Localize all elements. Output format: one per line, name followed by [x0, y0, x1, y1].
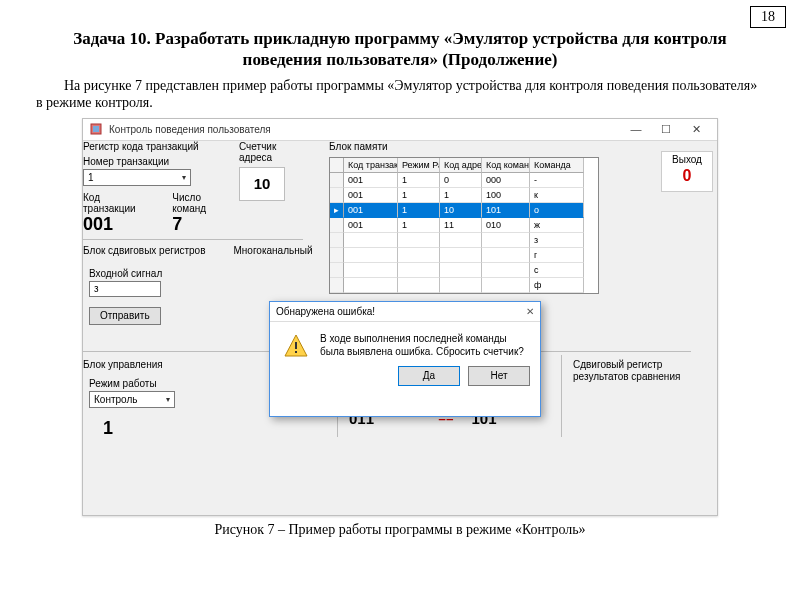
table-row[interactable]: с	[330, 263, 598, 278]
table-cell[interactable]	[482, 278, 530, 293]
table-cell[interactable]	[440, 278, 482, 293]
table-row[interactable]: г	[330, 248, 598, 263]
table-row[interactable]: 001111010ж	[330, 218, 598, 233]
send-button[interactable]: Отправить	[89, 307, 161, 325]
table-cell[interactable]: 001	[344, 218, 398, 233]
table-cell[interactable]	[482, 233, 530, 248]
row-header	[330, 173, 344, 188]
table-cell[interactable]	[344, 233, 398, 248]
table-cell[interactable]: 101	[482, 203, 530, 218]
doc-paragraph: На рисунке 7 представлен пример работы п…	[36, 77, 764, 112]
row-header	[330, 248, 344, 263]
row-header	[330, 278, 344, 293]
table-cell[interactable]	[482, 248, 530, 263]
table-cell[interactable]: 11	[440, 218, 482, 233]
table-cell[interactable]: 1	[440, 188, 482, 203]
table-cell[interactable]	[440, 248, 482, 263]
input-signal-value: з	[94, 283, 99, 294]
table-cell[interactable]: ф	[530, 278, 584, 293]
table-cell[interactable]	[398, 233, 440, 248]
table-cell[interactable]: з	[530, 233, 584, 248]
doc-title: Задача 10. Разработать прикладную програ…	[36, 28, 764, 71]
svg-rect-4	[295, 351, 297, 353]
table-cell[interactable]	[344, 278, 398, 293]
table-cell[interactable]: 1	[398, 203, 440, 218]
table-cell[interactable]: 001	[344, 188, 398, 203]
col-mode[interactable]: Режим Работы	[398, 158, 440, 173]
table-row[interactable]: ▸001110101о	[330, 203, 598, 218]
table-row[interactable]: з	[330, 233, 598, 248]
table-cell[interactable]: -	[530, 173, 584, 188]
titlebar[interactable]: Контроль поведения пользователя — ☐ ✕	[83, 119, 717, 141]
col-command-code[interactable]: Код команды	[482, 158, 530, 173]
transaction-number-select[interactable]: 1 ▾	[83, 169, 191, 186]
table-cell[interactable]	[440, 263, 482, 278]
table-cell[interactable]: 000	[482, 173, 530, 188]
table-cell[interactable]: 1	[398, 173, 440, 188]
result-shift-group: Сдвиговый регистр результатов сравнения	[573, 359, 683, 383]
page-number: 18	[750, 6, 786, 28]
row-header	[330, 218, 344, 233]
mode-value: Контроль	[94, 394, 137, 405]
address-counter-label: Счетчик адреса	[239, 141, 289, 163]
table-cell[interactable]: 1	[398, 218, 440, 233]
table-cell[interactable]: 010	[482, 218, 530, 233]
command-count-label: Число команд	[172, 192, 233, 214]
exit-label: Выход	[662, 154, 712, 165]
control-step-value: 1	[103, 418, 233, 439]
table-cell[interactable]: 001	[344, 173, 398, 188]
table-cell[interactable]	[398, 278, 440, 293]
maximize-button[interactable]: ☐	[651, 123, 681, 136]
table-corner	[330, 158, 344, 173]
table-cell[interactable]: с	[530, 263, 584, 278]
chevron-down-icon: ▾	[166, 395, 170, 404]
table-cell[interactable]: 0	[440, 173, 482, 188]
close-button[interactable]: ✕	[681, 123, 711, 136]
exit-value: 0	[662, 167, 712, 185]
col-command[interactable]: Команда	[530, 158, 584, 173]
col-address-code[interactable]: Код адреса	[440, 158, 482, 173]
row-header	[330, 233, 344, 248]
table-cell[interactable]: 001	[344, 203, 398, 218]
table-cell[interactable]	[440, 233, 482, 248]
multichannel-label: Многоканальный	[234, 245, 313, 256]
table-row[interactable]: 00110000-	[330, 173, 598, 188]
table-cell[interactable]: к	[530, 188, 584, 203]
table-cell[interactable]: о	[530, 203, 584, 218]
table-cell[interactable]: 10	[440, 203, 482, 218]
dialog-title: Обнаружена ошибка!	[276, 306, 375, 317]
transaction-code-value: 001	[83, 214, 150, 235]
dialog-no-button[interactable]: Нет	[468, 366, 530, 386]
transaction-register-group: Регистр кода транзакций	[83, 141, 233, 152]
svg-rect-1	[93, 126, 99, 132]
table-row[interactable]: 00111100к	[330, 188, 598, 203]
transaction-number-label: Номер транзакции	[83, 156, 233, 167]
chevron-down-icon: ▾	[182, 173, 186, 182]
table-row[interactable]: ф	[330, 278, 598, 293]
table-cell[interactable]	[344, 248, 398, 263]
col-transaction-code[interactable]: Код транзакции	[344, 158, 398, 173]
dialog-text: В ходе выполнения последней команды была…	[320, 332, 528, 360]
mode-select[interactable]: Контроль ▾	[89, 391, 175, 408]
table-cell[interactable]	[482, 263, 530, 278]
row-header	[330, 188, 344, 203]
address-counter-value: 10	[239, 167, 285, 201]
table-cell[interactable]: ж	[530, 218, 584, 233]
table-cell[interactable]	[398, 263, 440, 278]
table-cell[interactable]: 1	[398, 188, 440, 203]
table-cell[interactable]	[344, 263, 398, 278]
dialog-yes-button[interactable]: Да	[398, 366, 460, 386]
warning-icon	[282, 332, 310, 360]
exit-box: Выход 0	[661, 151, 713, 192]
table-cell[interactable]: 100	[482, 188, 530, 203]
memory-table[interactable]: Код транзакции Режим Работы Код адреса К…	[329, 157, 599, 294]
table-cell[interactable]	[398, 248, 440, 263]
transaction-code-label: Код транзакции	[83, 192, 150, 214]
window-title: Контроль поведения пользователя	[109, 124, 271, 135]
input-signal-field[interactable]: з	[89, 281, 161, 297]
table-cell[interactable]: г	[530, 248, 584, 263]
memory-block-group: Блок памяти	[329, 141, 388, 152]
mode-label: Режим работы	[89, 378, 233, 389]
dialog-close-button[interactable]: ✕	[526, 306, 534, 317]
minimize-button[interactable]: —	[621, 123, 651, 135]
